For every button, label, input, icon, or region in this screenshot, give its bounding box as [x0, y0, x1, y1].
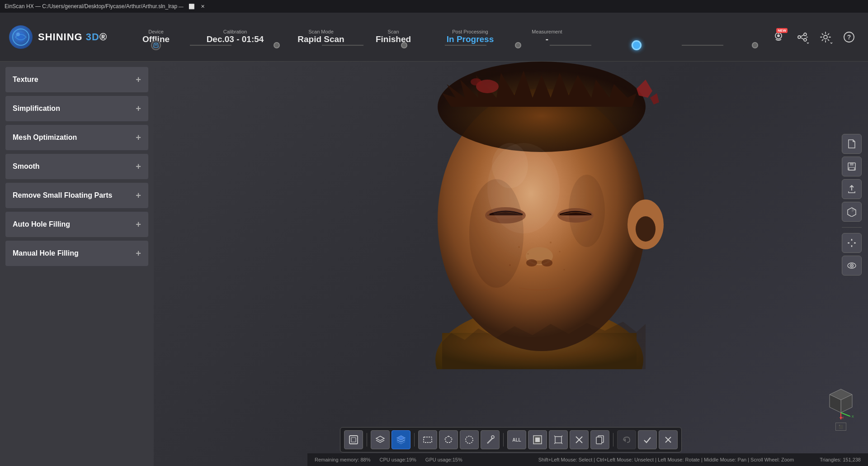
layer-active-button[interactable]: [392, 430, 410, 449]
sidebar-texture-label: Texture: [13, 76, 38, 84]
sidebar-item-simplification[interactable]: Simplification +: [5, 96, 148, 121]
svg-line-10: [801, 38, 804, 39]
sidebar-item-mesh-optimization[interactable]: Mesh Optimization +: [5, 125, 148, 150]
step-calibration-label: Calibration: [223, 29, 247, 34]
svg-point-37: [559, 251, 561, 252]
svg-point-38: [509, 264, 511, 266]
paint-select-button[interactable]: [481, 430, 500, 449]
svg-point-31: [636, 216, 656, 242]
pipeline-dot-scan-mode: [401, 42, 407, 48]
svg-point-7: [804, 33, 807, 36]
pipeline-dot-measurement: [752, 42, 758, 48]
transform-button[interactable]: [842, 233, 862, 253]
svg-point-14: [155, 44, 157, 46]
bottom-toolbar: ALL: [340, 427, 682, 452]
new-badge: NEW: [776, 28, 788, 33]
pipeline-dot-scan: [515, 42, 521, 48]
free-select-button[interactable]: [439, 430, 458, 449]
window-controls: — ⬜ ✕: [177, 3, 206, 10]
visibility-button[interactable]: [842, 256, 862, 276]
face-svg: [406, 62, 668, 369]
sidebar-item-remove-small-floating-parts[interactable]: Remove Small Floating Parts +: [5, 183, 148, 208]
save-button[interactable]: [842, 157, 862, 176]
sidebar-remove-floating-label: Remove Small Floating Parts: [13, 191, 113, 200]
svg-point-35: [528, 253, 529, 255]
cpu-status: CPU usage:19%: [380, 457, 416, 462]
step-scan-label: Scan: [387, 29, 399, 34]
right-toolbar: [842, 134, 862, 276]
svg-rect-54: [596, 437, 602, 444]
svg-point-34: [518, 246, 520, 248]
svg-text:?: ?: [847, 33, 851, 41]
minimize-button[interactable]: —: [177, 3, 184, 10]
svg-point-28: [526, 259, 537, 266]
sidebar-item-manual-hole-filling[interactable]: Manual Hole Filling +: [5, 241, 148, 266]
settings-button[interactable]: [816, 27, 835, 47]
logo-icon: [9, 25, 33, 49]
svg-rect-49: [535, 437, 540, 442]
toolbar-separator-1: [367, 433, 367, 447]
svg-point-6: [798, 36, 801, 38]
select-box-button[interactable]: [344, 430, 363, 449]
select-expand-button[interactable]: [549, 430, 568, 449]
svg-text:X: X: [852, 415, 854, 418]
pipeline-dot-post-processing: [632, 40, 642, 50]
topbar: SHINING 3D® Device Offline Calibration D…: [0, 13, 868, 62]
confirm-button[interactable]: [638, 430, 657, 449]
3d-compass[interactable]: Y X ⬛: [823, 385, 859, 421]
maximize-button[interactable]: ⬜: [188, 3, 195, 10]
step-device-label: Device: [148, 29, 164, 34]
rect-select-button[interactable]: [418, 430, 437, 449]
svg-marker-22: [650, 93, 659, 105]
viewport-3d[interactable]: ALL: [154, 62, 868, 466]
sidebar: Texture + Simplification + Mesh Optimiza…: [0, 62, 154, 466]
statusbar: Remaining memory: 88% CPU usage:19% GPU …: [307, 453, 868, 466]
svg-line-9: [801, 35, 804, 37]
step-scan-mode-label: Scan Mode: [308, 29, 334, 34]
svg-line-75: [841, 413, 850, 416]
sidebar-simplification-label: Simplification: [13, 105, 60, 113]
right-toolbar-separator: [842, 227, 862, 228]
svg-point-24: [471, 78, 481, 86]
3d-model: [406, 62, 668, 369]
delete-selection-button[interactable]: [570, 430, 589, 449]
auto-hole-expand-icon: +: [136, 220, 141, 229]
copy-button[interactable]: [590, 430, 609, 449]
sidebar-item-auto-hole-filling[interactable]: Auto Hole Filling +: [5, 212, 148, 237]
select-invert-button[interactable]: [528, 430, 547, 449]
select-all-button[interactable]: ALL: [507, 430, 526, 449]
share-button[interactable]: [792, 27, 812, 47]
pipeline-dot-calibration: [274, 42, 280, 48]
svg-rect-42: [349, 436, 358, 444]
svg-point-29: [542, 259, 552, 266]
svg-rect-50: [555, 437, 561, 443]
simplification-expand-icon: +: [136, 104, 141, 113]
help-button[interactable]: ?: [839, 27, 859, 47]
lasso-select-button[interactable]: [460, 430, 479, 449]
layer-toggle-button[interactable]: [371, 430, 390, 449]
sidebar-item-texture[interactable]: Texture +: [5, 67, 148, 92]
svg-point-11: [824, 35, 827, 39]
mesh-optimization-expand-icon: +: [136, 133, 141, 142]
svg-point-33: [569, 175, 605, 247]
export-button[interactable]: [842, 179, 862, 199]
3d-view-button[interactable]: [842, 202, 862, 222]
toolbar-separator-2: [414, 433, 415, 447]
svg-rect-43: [351, 437, 356, 442]
smooth-expand-icon: +: [136, 162, 141, 171]
svg-marker-64: [851, 246, 853, 247]
svg-marker-62: [852, 208, 856, 212]
close-button[interactable]: ✕: [199, 3, 206, 10]
file-button[interactable]: [842, 134, 862, 154]
svg-rect-44: [424, 437, 432, 442]
triangles-count: Triangles: 151,238: [820, 457, 861, 462]
compass-frame-button[interactable]: ⬛: [835, 423, 846, 431]
svg-point-4: [777, 34, 780, 37]
sidebar-item-smooth[interactable]: Smooth +: [5, 154, 148, 179]
gpu-status: GPU usage:15%: [425, 457, 462, 462]
svg-marker-21: [637, 80, 652, 98]
cancel-button[interactable]: [659, 430, 678, 449]
svg-marker-45: [445, 436, 452, 442]
sidebar-auto-hole-label: Auto Hole Filling: [13, 220, 70, 228]
undo-button[interactable]: [617, 430, 636, 449]
